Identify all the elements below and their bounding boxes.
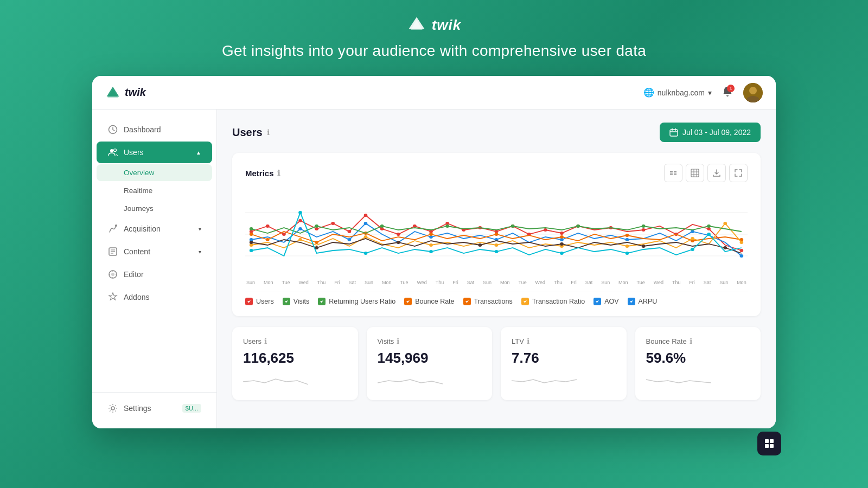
fab-button[interactable] [757,432,781,455]
legend-item-users[interactable]: Users [245,298,274,305]
chart-legend: Users Visits Returning Users Ratio [245,292,748,305]
svg-point-97 [707,224,711,228]
sidebar-item-label-content: Content [124,247,150,256]
svg-point-80 [691,237,694,240]
sidebar-item-content[interactable]: Content ▾ [97,241,212,262]
notification-button[interactable]: 1 [722,86,733,100]
svg-point-70 [626,234,629,237]
svg-point-85 [397,241,400,244]
svg-point-67 [429,233,433,236]
sidebar: Dashboard Users ▲ Overview Realt [92,110,217,428]
sidebar-item-addons[interactable]: Addons [97,286,212,308]
stat-info-icon-ltv[interactable]: ℹ [527,337,529,345]
svg-rect-19 [691,169,699,177]
legend-label-transactions: Transactions [474,298,513,305]
topbar-brand: twik [105,85,643,100]
legend-item-transactions[interactable]: Transactions [463,298,513,305]
stat-info-icon-users[interactable]: ℹ [264,337,267,345]
svg-point-74 [298,238,302,241]
sparkline-bounce [646,371,711,388]
stat-label-visits: Visits ℹ [378,337,482,345]
addons-svg-icon [108,292,118,302]
svg-point-87 [560,242,564,246]
sidebar-sub-overview[interactable]: Overview [97,164,212,181]
check-icon-2 [284,299,289,304]
legend-label-returning: Returning Users Ratio [329,298,395,305]
stat-info-icon-visits[interactable]: ℹ [397,337,399,345]
legend-checkbox-users [245,298,253,305]
svg-point-17 [111,407,114,410]
user-avatar[interactable] [743,83,763,102]
svg-point-16 [111,273,114,276]
date-range-label: Jul 03 - Jul 09, 2022 [682,128,751,137]
svg-point-100 [364,252,368,255]
legend-item-arpu[interactable]: ARPU [628,298,658,305]
svg-point-36 [397,233,400,236]
topbar-right: 🌐 nulknbag.com ▾ 1 [643,83,763,102]
check-icon-6 [522,299,528,304]
stat-value-users: 116,625 [243,350,347,367]
main-layout: Dashboard Users ▲ Overview Realt [92,110,776,428]
legend-item-txratio[interactable]: Transaction Ratio [521,298,585,305]
notification-badge: 1 [727,85,735,92]
legend-checkbox-arpu [628,298,635,305]
legend-checkbox-txratio [521,298,529,305]
chart-tools [664,164,748,182]
svg-rect-18 [670,130,678,136]
legend-label-users: Users [256,298,274,305]
legend-item-visits[interactable]: Visits [283,298,310,305]
sparkline-visits [378,371,443,388]
page-title-info-icon[interactable]: ℹ [267,128,270,137]
svg-point-96 [642,224,646,228]
stat-info-icon-bounce[interactable]: ℹ [690,337,692,345]
chart-info-icon[interactable]: ℹ [277,169,280,177]
topbar-brand-name: twik [125,86,146,99]
svg-point-95 [576,224,580,228]
users-svg-icon [108,147,118,157]
date-range-button[interactable]: Jul 03 - Jul 09, 2022 [660,123,761,142]
svg-point-33 [348,230,352,233]
domain-selector[interactable]: 🌐 nulknbag.com ▾ [643,87,712,98]
svg-point-8 [110,149,113,152]
sidebar-item-label-users: Users [124,148,144,157]
svg-point-88 [642,245,646,248]
svg-point-103 [560,252,564,255]
content-area: Users ℹ Jul 03 - Jul 09, 2022 Metrics [217,110,776,428]
sidebar-sub-label-overview: Overview [124,169,154,177]
stat-card-users: Users ℹ 116,625 [232,327,358,400]
legend-item-returning[interactable]: Returning Users Ratio [318,298,395,305]
twik-logo-icon [407,15,426,35]
svg-point-49 [642,228,646,232]
sidebar-item-users[interactable]: Users ▲ [97,142,212,163]
expand-icon [734,169,743,177]
chart-expand-button[interactable] [729,164,748,182]
sidebar-sub-journeys[interactable]: Journeys [97,200,212,217]
sidebar-item-dashboard[interactable]: Dashboard [97,119,212,140]
chart-download-button[interactable] [707,164,726,182]
svg-point-60 [626,238,629,241]
svg-point-5 [749,87,757,94]
chart-svg [245,191,748,278]
grid-icon [764,438,775,449]
legend-checkbox-aov [593,298,601,305]
legend-item-bounce[interactable]: Bounce Rate [404,298,454,305]
page-title: Users [232,126,263,139]
svg-point-102 [495,250,499,253]
settings-icon [107,403,118,414]
sidebar-item-acquisition[interactable]: Acquisition ▾ [97,218,212,240]
chart-table-button[interactable] [686,164,704,182]
chart-toggle-button[interactable] [664,164,682,182]
legend-label-visits: Visits [293,298,310,305]
svg-point-28 [266,224,270,228]
sidebar-item-settings[interactable]: Settings $U... [97,397,212,419]
sidebar-sub-realtime[interactable]: Realtime [97,182,212,199]
svg-point-69 [560,235,564,239]
svg-point-93 [445,224,449,228]
metrics-chart [245,191,748,278]
svg-point-82 [739,241,743,244]
svg-point-45 [544,228,547,232]
svg-point-76 [429,243,433,247]
sidebar-item-editor[interactable]: Editor [97,264,212,285]
svg-point-56 [364,222,368,225]
legend-item-aov[interactable]: AOV [593,298,618,305]
